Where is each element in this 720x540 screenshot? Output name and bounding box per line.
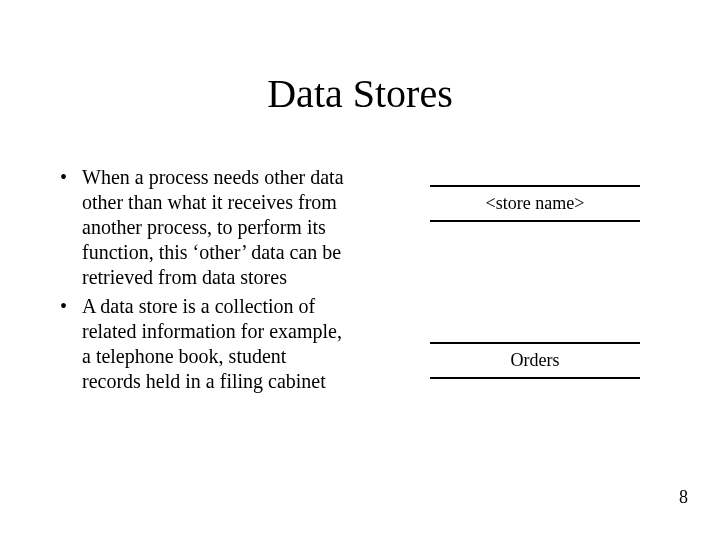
slide-body: When a process needs other data other th… — [60, 165, 350, 398]
data-store-diagram: <store name> Orders — [430, 185, 640, 499]
bullet-list: When a process needs other data other th… — [60, 165, 350, 394]
slide-title: Data Stores — [0, 70, 720, 117]
slide: Data Stores When a process needs other d… — [0, 0, 720, 540]
data-store-symbol-example: Orders — [430, 342, 640, 379]
page-number: 8 — [679, 487, 688, 508]
bullet-item: A data store is a collection of related … — [60, 294, 350, 394]
bullet-item: When a process needs other data other th… — [60, 165, 350, 290]
data-store-symbol-generic: <store name> — [430, 185, 640, 222]
